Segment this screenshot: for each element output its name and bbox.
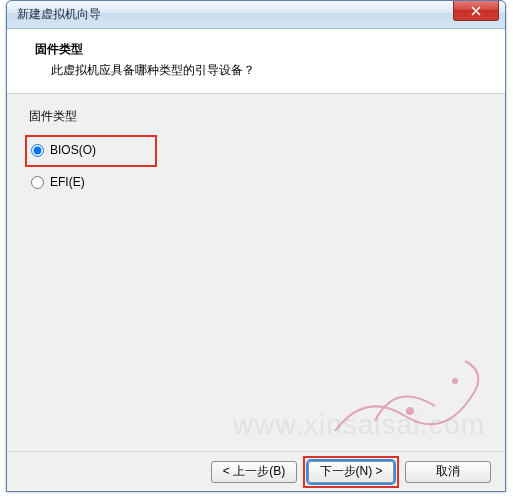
highlight-bios: BIOS(O) xyxy=(25,135,157,167)
radio-bios-label[interactable]: BIOS(O) xyxy=(50,143,96,157)
radio-row-efi[interactable]: EFI(E) xyxy=(29,171,483,193)
close-icon xyxy=(471,6,481,16)
content-area: 固件类型 BIOS(O) EFI(E) xyxy=(7,94,505,490)
cancel-button[interactable]: 取消 xyxy=(405,461,491,483)
highlight-next: 下一步(N) > xyxy=(303,456,399,488)
firmware-group-label: 固件类型 xyxy=(29,108,483,125)
close-button[interactable] xyxy=(453,1,499,21)
header-title: 固件类型 xyxy=(35,41,505,58)
next-button[interactable]: 下一步(N) > xyxy=(308,461,394,483)
radio-row-bios[interactable]: BIOS(O) xyxy=(29,139,153,161)
radio-efi-label[interactable]: EFI(E) xyxy=(50,175,85,189)
header-subtitle: 此虚拟机应具备哪种类型的引导设备？ xyxy=(35,62,505,79)
header-panel: 固件类型 此虚拟机应具备哪种类型的引导设备？ xyxy=(7,29,505,94)
back-button[interactable]: < 上一步(B) xyxy=(211,461,297,483)
radio-bios[interactable] xyxy=(31,144,44,157)
radio-efi[interactable] xyxy=(31,176,44,189)
window-title: 新建虚拟机向导 xyxy=(17,6,505,23)
titlebar: 新建虚拟机向导 xyxy=(7,1,505,29)
footer-buttons: < 上一步(B) 下一步(N) > 取消 xyxy=(7,451,505,491)
wizard-window: 新建虚拟机向导 固件类型 此虚拟机应具备哪种类型的引导设备？ 固件类型 BIOS… xyxy=(6,0,506,492)
